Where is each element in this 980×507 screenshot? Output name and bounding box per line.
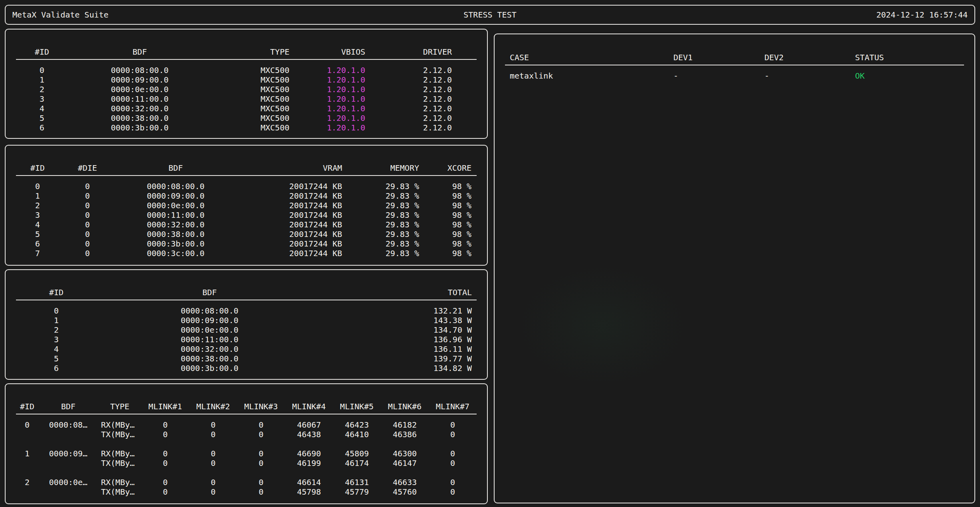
bandwidth-rows: 0 0000:08… RX(MBy… 0 0 0 46067 46423 461… [16,420,477,497]
panel-title-board-power: BOARD POWER [11,269,71,270]
cell-mlink2: 0 [189,487,237,497]
table-row: TX(MBy… 0 0 0 46438 46410 46386 0 [16,430,477,439]
cell-device-id [16,430,38,439]
cell-mlink5: 46131 [333,477,381,487]
cell-bdf: 0000:08… [38,420,98,430]
cell-die: 0 [59,220,116,229]
column-header-dev1: DEV1 [669,53,760,62]
cell-bdf: 0000:09:00.0 [97,316,323,325]
cell-bdf: 0000:32:00.0 [116,220,236,229]
table-row: 4 0000:32:00.0 MXC500 1.20.1.0 2.12.0 [16,104,477,113]
top-bar: MetaX Validate Suite STRESS TEST 2024-12… [5,5,975,25]
cell-memory: 29.83 % [342,181,419,191]
column-header-die: #DIE [59,163,116,173]
cell-mlink3: 0 [237,487,285,497]
table-row: 3 0000:11:00.0 136.96 W [16,335,477,344]
table-row: 2 0000:0e… RX(MBy… 0 0 0 46614 46131 466… [16,477,477,487]
cell-vram: 20017244 KB [236,201,342,210]
cell-mlink3: 0 [237,420,285,430]
cell-driver: 2.12.0 [365,123,452,132]
panel-test-cases: CASE DEV1 DEV2 STATUS metaxlink - - OK [494,34,975,503]
cell-device-id: 0 [16,306,97,316]
panel-title-device-list: DEVICE LIST [11,29,71,30]
cases-header-row: CASE DEV1 DEV2 STATUS [505,53,964,62]
cell-mlink4: 46067 [285,420,333,430]
cell-bdf: 0000:08:00.0 [116,181,236,191]
header-separator [16,414,477,414]
cell-device-id: 2 [16,325,97,335]
cell-device-id: 5 [16,229,59,239]
cell-mlink4: 46690 [285,449,333,458]
column-header-bdf: BDF [116,163,236,173]
column-header-id: #ID [16,47,68,57]
cell-type: MXC500 [212,65,289,75]
cell-device-id: 4 [16,220,59,229]
cell-mlink3: 0 [237,430,285,439]
column-header-total: TOTAL [323,288,472,297]
cell-type: MXC500 [212,113,289,123]
table-row: 3 0000:11:00.0 MXC500 1.20.1.0 2.12.0 [16,94,477,104]
table-row: 1 0000:09… RX(MBy… 0 0 0 46690 45809 463… [16,449,477,458]
cell-xcore: 98 % [419,201,471,210]
table-row: 6 0000:3b:00.0 134.82 W [16,363,477,373]
cell-vram: 20017244 KB [236,220,342,229]
cell-mlink1: 0 [141,477,189,487]
cell-driver: 2.12.0 [365,75,452,85]
table-row: 0 0 0000:08:00.0 20017244 KB 29.83 % 98 … [16,181,477,191]
panel-metaxlink-bandwidth: METAXLINK BANDWIDTH #ID BDF TYPE MLINK#1… [5,383,488,504]
cell-mlink5: 45809 [333,449,381,458]
column-header-mlink6: MLINK#6 [381,402,429,411]
cell-bdf [38,487,98,497]
cell-memory: 29.83 % [342,201,419,210]
cell-bdf: 0000:32:00.0 [68,104,212,113]
table-row: 3 0 0000:11:00.0 20017244 KB 29.83 % 98 … [16,210,477,220]
cell-driver: 2.12.0 [365,104,452,113]
cell-mlink6: 46147 [381,458,429,468]
cell-total-power: 132.21 W [323,306,472,316]
cell-mlink3: 0 [237,477,285,487]
cell-device-id: 1 [16,75,68,85]
cell-vram: 20017244 KB [236,191,342,201]
cell-xcore: 98 % [419,210,471,220]
cell-type: MXC500 [212,104,289,113]
table-row: 5 0000:38:00.0 139.77 W [16,354,477,363]
column-header-mlink3: MLINK#3 [237,402,285,411]
column-header-bdf: BDF [97,288,323,297]
table-row: 5 0000:38:00.0 MXC500 1.20.1.0 2.12.0 [16,113,477,123]
header-separator [505,65,964,65]
cell-driver: 2.12.0 [365,85,452,94]
cell-vbios: 1.20.1.0 [289,94,365,104]
cell-vram: 20017244 KB [236,229,342,239]
left-column: DEVICE LIST #ID BDF TYPE VBIOS DRIVER 0 … [5,29,488,504]
cell-mlink4: 46614 [285,477,333,487]
device-list-rows: 0 0000:08:00.0 MXC500 1.20.1.0 2.12.0 1 … [16,65,477,132]
cell-xcore: 98 % [419,181,471,191]
column-header-vram: VRAM [236,163,342,173]
cell-die: 0 [59,229,116,239]
cell-mlink4: 45798 [285,487,333,497]
cell-vram: 20017244 KB [236,249,342,258]
cell-device-id [16,458,38,468]
cell-bdf: 0000:11:00.0 [97,335,323,344]
panel-board-power: BOARD POWER #ID BDF TOTAL 0 0000:08:00.0… [5,269,488,380]
cell-vbios: 1.20.1.0 [289,65,365,75]
cell-driver: 2.12.0 [365,65,452,75]
cell-device-id: 3 [16,210,59,220]
table-row: 0 0000:08… RX(MBy… 0 0 0 46067 46423 461… [16,420,477,430]
cell-total-power: 143.38 W [323,316,472,325]
panel-title-usage: USAGE [11,145,43,146]
cell-mlink2: 0 [189,458,237,468]
cell-status: OK [850,71,950,81]
cell-direction-type: RX(MBy… [98,477,141,487]
cell-device-id: 7 [16,249,59,258]
case-rows: metaxlink - - OK [505,71,964,81]
cell-device-id: 2 [16,477,38,487]
table-row: TX(MBy… 0 0 0 45798 45779 45760 0 [16,487,477,497]
cell-memory: 29.83 % [342,210,419,220]
cell-direction-type: RX(MBy… [98,449,141,458]
column-header-mlink2: MLINK#2 [189,402,237,411]
column-header-bdf: BDF [68,47,212,57]
cell-mlink2: 0 [189,420,237,430]
table-row: 2 0000:0e:00.0 MXC500 1.20.1.0 2.12.0 [16,85,477,94]
cell-mlink4: 46438 [285,430,333,439]
